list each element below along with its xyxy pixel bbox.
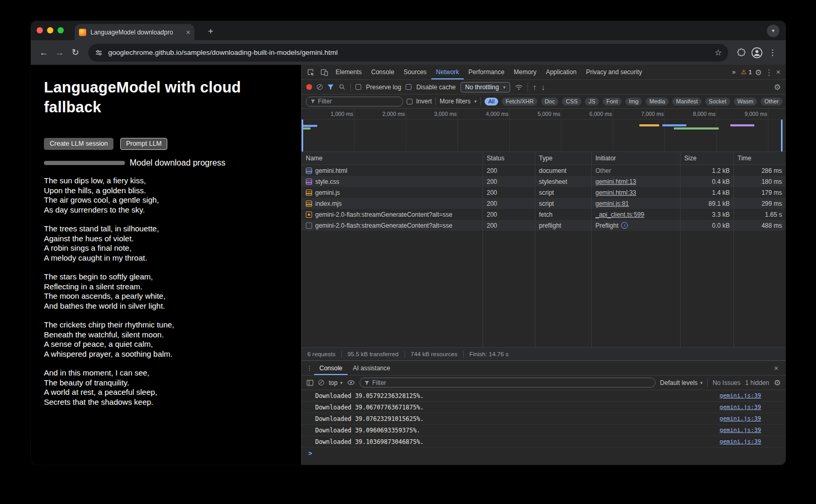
table-row[interactable]: gemini.js 200 script gemini.html:33 1.4 … (302, 187, 786, 198)
export-har-icon[interactable]: ↓ (541, 83, 545, 91)
zoom-window-button[interactable] (58, 27, 64, 33)
devtools-close-icon[interactable]: × (776, 68, 780, 76)
more-tabs-icon[interactable]: » (730, 68, 738, 76)
drawer-tab-ai-assistance[interactable]: AI assistance (348, 361, 395, 375)
record-network-log-icon[interactable] (306, 84, 312, 90)
filter-pill-wasm[interactable]: Wasm (734, 98, 757, 106)
browser-menu-icon[interactable]: ⋮ (765, 45, 780, 61)
filter-pill-all[interactable]: All (485, 98, 498, 106)
preserve-log-checkbox[interactable] (355, 84, 361, 90)
import-har-icon[interactable]: ↑ (533, 83, 537, 91)
filter-pill-js[interactable]: JS (585, 98, 599, 106)
bookmark-star-icon[interactable]: ☆ (715, 48, 722, 57)
filter-pill-other[interactable]: Other (761, 98, 783, 106)
tab-close-icon[interactable]: × (186, 29, 190, 36)
filter-pill-css[interactable]: CSS (562, 98, 581, 106)
network-overview-timeline[interactable]: 1,000 ms 2,000 ms 3,000 ms 4,000 ms 5,00… (302, 109, 786, 152)
address-bar[interactable]: googlechrome.github.io/samples/downloadi… (88, 44, 728, 62)
initiator-link[interactable]: gemini.html:33 (595, 189, 636, 196)
console-source-link[interactable]: gemini.js:39 (720, 438, 761, 445)
filter-pill-socket[interactable]: Socket (705, 98, 730, 106)
console-source-link[interactable]: gemini.js:39 (720, 404, 761, 411)
forward-icon[interactable]: → (52, 45, 67, 61)
more-filters-dropdown[interactable]: More filters (440, 98, 470, 105)
devtools-settings-gear-icon[interactable]: ⚙ (755, 68, 762, 76)
new-tab-button[interactable]: + (204, 25, 217, 38)
devtools-tab-privacy-security[interactable]: Privacy and security (581, 65, 647, 79)
drawer-tab-console[interactable]: Console (314, 361, 348, 375)
devtools-tab-sources[interactable]: Sources (399, 65, 431, 79)
site-info-icon[interactable] (95, 49, 103, 57)
issues-status[interactable]: No Issues (712, 379, 740, 386)
initiator-link[interactable]: _api_client.ts:599 (595, 211, 644, 218)
disable-cache-checkbox[interactable] (406, 84, 411, 90)
tab-search-chevron-icon[interactable]: ▾ (767, 25, 779, 37)
devtools-tab-network[interactable]: Network (431, 65, 464, 79)
console-settings-gear-icon[interactable]: ⚙ (774, 379, 781, 386)
column-header-status[interactable]: Status (482, 155, 535, 162)
network-search-icon[interactable] (339, 84, 346, 90)
console-sidebar-toggle-icon[interactable] (306, 379, 314, 386)
console-context-select[interactable]: top ▾ (329, 379, 342, 386)
network-filter-icon[interactable] (327, 84, 334, 90)
table-row[interactable]: gemini-2.0-flash:streamGenerateContent?a… (302, 209, 786, 220)
inspect-element-icon[interactable] (304, 65, 317, 79)
network-filter-input[interactable] (318, 98, 398, 105)
devtools-tab-application[interactable]: Application (541, 65, 581, 79)
live-expression-eye-icon[interactable] (347, 379, 355, 386)
network-settings-gear-icon[interactable]: ⚙ (774, 83, 781, 91)
devtools-tab-console[interactable]: Console (366, 65, 399, 79)
column-header-initiator[interactable]: Initiator (591, 155, 680, 162)
devtools-tab-memory[interactable]: Memory (509, 65, 541, 79)
table-row[interactable]: style.css 200 stylesheet gemini.html:13 … (302, 176, 786, 187)
devtools-tab-performance[interactable]: Performance (464, 65, 509, 79)
create-llm-session-button[interactable]: Create LLM session (44, 138, 113, 150)
console-source-link[interactable]: gemini.js:39 (720, 392, 761, 399)
profile-avatar[interactable] (749, 45, 765, 61)
column-header-size[interactable]: Size (680, 155, 733, 162)
filter-pill-doc[interactable]: Doc (541, 98, 559, 106)
console-filter-input[interactable] (372, 379, 651, 386)
overview-left-handle[interactable] (302, 120, 303, 151)
network-conditions-icon[interactable] (515, 84, 523, 90)
reload-icon[interactable]: ↻ (67, 45, 83, 61)
devtools-tab-elements[interactable]: Elements (331, 65, 366, 79)
devtools-kebab-menu-icon[interactable]: ⋮ (765, 68, 773, 76)
column-header-time[interactable]: Time (733, 155, 786, 162)
preflight-info-icon[interactable]: i (621, 222, 628, 229)
drawer-close-icon[interactable]: × (774, 364, 783, 372)
console-source-link[interactable]: gemini.js:39 (720, 427, 761, 433)
console-source-link[interactable]: gemini.js:39 (720, 415, 761, 422)
device-toolbar-icon[interactable] (317, 65, 331, 79)
initiator-link[interactable]: gemini.js:81 (595, 200, 629, 207)
warning-count[interactable]: 1 (749, 69, 752, 75)
back-icon[interactable]: ← (36, 45, 52, 61)
initiator-link[interactable]: gemini.html:13 (595, 178, 636, 185)
column-header-type[interactable]: Type (535, 155, 591, 162)
throttling-select[interactable]: No throttling ▾ (461, 82, 510, 92)
filter-pill-media[interactable]: Media (646, 98, 669, 106)
overview-right-handle[interactable] (781, 120, 783, 151)
prompt-llm-button[interactable]: Prompt LLM (120, 138, 167, 150)
minimize-window-button[interactable] (47, 27, 53, 33)
filter-pill-manifest[interactable]: Manifest (672, 98, 702, 106)
table-row[interactable]: gemini-2.0-flash:streamGenerateContent?a… (302, 220, 786, 231)
filter-pill-font[interactable]: Font (603, 98, 622, 106)
table-row[interactable]: index.mjs 200 script gemini.js:81 89.1 k… (302, 198, 786, 209)
extensions-icon[interactable] (733, 45, 749, 61)
clear-console-icon[interactable] (318, 380, 324, 385)
filter-pill-img[interactable]: Img (625, 98, 642, 106)
filter-pill-fetch-xhr[interactable]: Fetch/XHR (502, 98, 537, 106)
hidden-messages-count[interactable]: 1 hidden (745, 379, 769, 386)
table-row[interactable]: gemini.html 200 document Other 1.2 kB 28… (302, 165, 786, 176)
drawer-kebab-menu-icon[interactable]: ⋮ (305, 365, 314, 372)
clear-network-log-icon[interactable] (317, 84, 323, 90)
poem-stanza: The sun dips low, a fiery kiss, Upon the… (44, 176, 301, 215)
column-header-name[interactable]: Name (302, 155, 482, 162)
invert-filter-checkbox[interactable] (407, 99, 412, 104)
close-window-button[interactable] (37, 27, 43, 33)
warning-icon[interactable]: ⚠ (741, 68, 746, 76)
browser-tab[interactable]: LanguageModel downloadpro × (75, 24, 194, 40)
console-levels-select[interactable]: Default levels ▾ (660, 379, 703, 386)
console-prompt[interactable]: > (302, 448, 786, 459)
